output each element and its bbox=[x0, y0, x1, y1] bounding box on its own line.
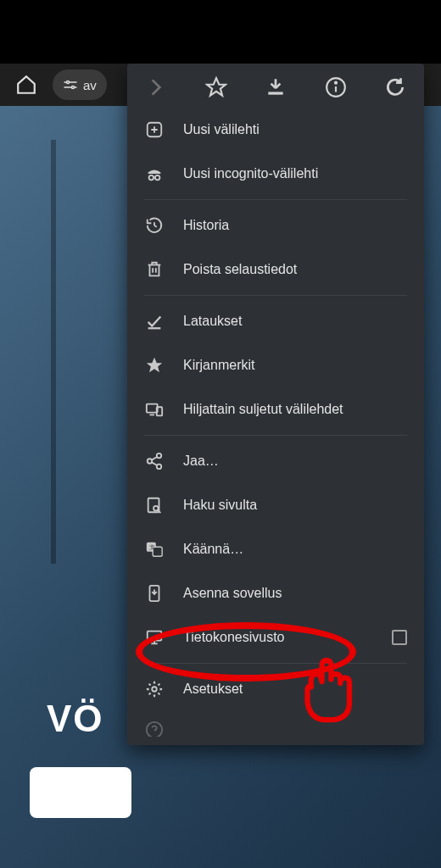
menu-item-new-tab[interactable]: Uusi välilehti bbox=[127, 108, 424, 152]
install-icon bbox=[144, 583, 165, 604]
menu-item-label: Poista selaustiedot bbox=[183, 262, 407, 277]
menu-item-label: Jaa… bbox=[183, 453, 407, 469]
download-icon[interactable] bbox=[264, 75, 287, 99]
menu-item-find[interactable]: Haku sivulta bbox=[127, 483, 424, 527]
menu-item-share[interactable]: Jaa… bbox=[127, 439, 424, 483]
svg-point-25 bbox=[148, 459, 153, 464]
menu-item-install-app[interactable]: Asenna sovellus bbox=[127, 571, 424, 615]
browser-menu: Uusi välilehti Uusi incognito-välilehti … bbox=[127, 64, 424, 745]
svg-point-9 bbox=[334, 82, 336, 84]
menu-item-label: Hiljattain suljetut välilehdet bbox=[183, 402, 407, 417]
svg-point-13 bbox=[149, 175, 154, 181]
tune-icon bbox=[63, 77, 78, 92]
svg-rect-21 bbox=[147, 404, 158, 413]
menu-item-bookmarks[interactable]: Kirjanmerkit bbox=[127, 343, 424, 387]
menu-divider bbox=[144, 199, 407, 200]
menu-item-label: Kirjanmerkit bbox=[183, 358, 407, 373]
find-page-icon bbox=[144, 495, 165, 515]
menu-divider bbox=[144, 435, 407, 436]
home-icon[interactable] bbox=[15, 74, 37, 96]
svg-text:文: 文 bbox=[149, 543, 155, 551]
history-icon bbox=[144, 215, 165, 236]
page-title: VÖ bbox=[47, 698, 104, 740]
svg-point-0 bbox=[67, 81, 70, 84]
trash-icon bbox=[144, 259, 165, 280]
menu-item-help-cutoff bbox=[127, 711, 424, 737]
svg-line-27 bbox=[152, 457, 157, 460]
svg-point-24 bbox=[157, 453, 162, 459]
svg-point-39 bbox=[147, 722, 162, 737]
url-text: av bbox=[83, 78, 97, 92]
page-button-fragment bbox=[30, 767, 131, 818]
menu-item-label: Asenna sovellus bbox=[183, 586, 407, 601]
menu-item-translate[interactable]: 文 Käännä… bbox=[127, 527, 424, 571]
menu-item-incognito[interactable]: Uusi incognito-välilehti bbox=[127, 152, 424, 196]
plus-box-icon bbox=[144, 120, 165, 140]
translate-icon: 文 bbox=[144, 539, 165, 559]
menu-item-label: Tietokonesivusto bbox=[183, 630, 373, 645]
incognito-icon bbox=[144, 164, 165, 184]
download-check-icon bbox=[144, 311, 165, 331]
menu-item-history[interactable]: Historia bbox=[127, 203, 424, 248]
menu-divider bbox=[144, 663, 407, 664]
reload-icon[interactable] bbox=[383, 75, 407, 99]
devices-icon bbox=[144, 399, 165, 420]
svg-line-28 bbox=[152, 462, 157, 465]
menu-item-label: Historia bbox=[183, 218, 407, 233]
svg-line-17 bbox=[154, 225, 157, 227]
menu-item-label: Asetukset bbox=[183, 682, 407, 697]
star-icon[interactable] bbox=[204, 75, 228, 99]
star-filled-icon bbox=[144, 355, 165, 376]
svg-point-26 bbox=[157, 465, 162, 470]
menu-item-downloads[interactable]: Lataukset bbox=[127, 299, 424, 343]
menu-item-clear-data[interactable]: Poista selaustiedot bbox=[127, 248, 424, 292]
menu-item-label: Lataukset bbox=[183, 314, 407, 329]
menu-item-recent-tabs[interactable]: Hiljattain suljetut välilehdet bbox=[127, 387, 424, 431]
menu-item-label: Uusi välilehti bbox=[183, 122, 407, 137]
menu-divider bbox=[144, 295, 407, 296]
share-icon bbox=[144, 451, 165, 471]
svg-rect-6 bbox=[268, 92, 282, 94]
svg-rect-36 bbox=[148, 632, 162, 641]
url-bar[interactable]: av bbox=[53, 70, 107, 100]
menu-item-label: Uusi incognito-välilehti bbox=[183, 166, 407, 181]
menu-toolbar bbox=[127, 64, 424, 108]
desktop-site-checkbox[interactable] bbox=[392, 630, 407, 645]
menu-item-settings[interactable]: Asetukset bbox=[127, 667, 424, 711]
menu-item-label: Käännä… bbox=[183, 542, 407, 557]
info-icon[interactable] bbox=[324, 75, 348, 99]
desktop-icon bbox=[144, 627, 165, 648]
menu-item-desktop-site[interactable]: Tietokonesivusto bbox=[127, 615, 424, 659]
svg-point-30 bbox=[154, 506, 159, 511]
svg-point-3 bbox=[72, 86, 75, 89]
gear-icon bbox=[144, 679, 165, 699]
menu-item-label: Haku sivulta bbox=[183, 498, 407, 513]
forward-icon[interactable] bbox=[144, 75, 168, 99]
help-icon bbox=[144, 720, 165, 737]
svg-point-14 bbox=[155, 175, 160, 181]
